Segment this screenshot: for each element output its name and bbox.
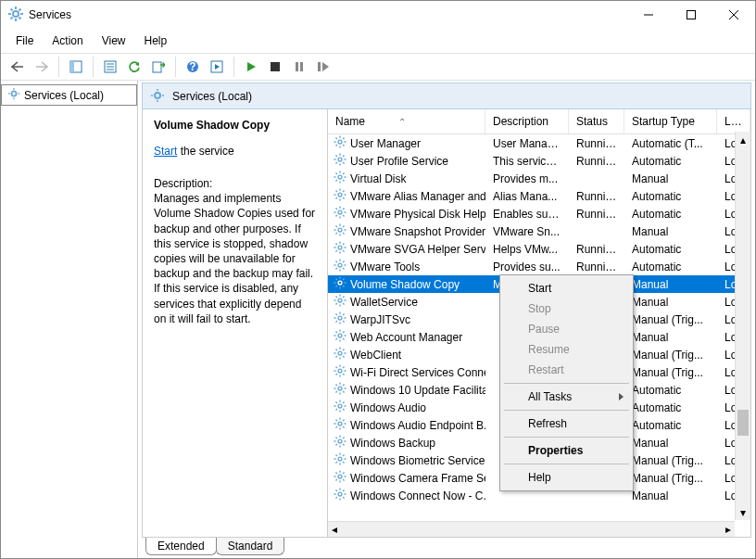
scroll-thumb[interactable] (737, 410, 749, 436)
table-row[interactable]: VMware SVGA Helper ServiceHelps VMw...Ru… (328, 240, 750, 258)
svg-line-132 (343, 331, 344, 332)
menu-action[interactable]: Action (43, 31, 92, 51)
gear-icon (334, 435, 346, 451)
gear-icon (334, 223, 346, 239)
maximize-button[interactable] (670, 1, 712, 29)
scroll-right-icon[interactable]: ▸ (722, 523, 735, 536)
stop-service-button[interactable] (264, 56, 286, 78)
svg-line-137 (335, 349, 336, 349)
svg-line-73 (335, 208, 336, 209)
service-startup-type: Automatic (624, 419, 717, 432)
ctx-sep3 (504, 437, 629, 438)
col-startup-type[interactable]: Startup Type (624, 109, 717, 133)
close-button[interactable] (712, 1, 755, 29)
svg-line-155 (335, 391, 336, 392)
ctx-all-tasks[interactable]: All Tasks (502, 387, 631, 407)
tab-extended[interactable]: Extended (145, 538, 217, 555)
svg-line-188 (343, 454, 344, 455)
nav-services-local[interactable]: Services (Local) (1, 84, 137, 106)
svg-line-92 (343, 243, 344, 244)
start-service-button[interactable] (240, 56, 262, 78)
properties-button[interactable] (99, 56, 121, 78)
svg-line-75 (335, 215, 336, 216)
service-name: WebClient (350, 349, 401, 362)
scroll-down-icon[interactable]: ▾ (736, 504, 750, 520)
scroll-left-icon[interactable]: ◂ (328, 523, 341, 536)
back-button[interactable] (6, 56, 29, 78)
ctx-start[interactable]: Start (502, 278, 631, 299)
service-desc: Alias Mana... (485, 190, 569, 203)
col-status[interactable]: Status (569, 109, 624, 133)
col-name[interactable]: Name⌃ (328, 109, 485, 133)
table-row[interactable]: VMware ToolsProvides su...RunningAutomat… (328, 258, 750, 275)
col-description[interactable]: Description (485, 109, 569, 133)
svg-line-145 (335, 366, 336, 367)
restart-service-button[interactable] (312, 56, 334, 78)
ctx-refresh[interactable]: Refresh (502, 413, 631, 434)
ctx-resume[interactable]: Resume (502, 339, 631, 360)
table-row[interactable]: User Profile ServiceThis service ...Runn… (328, 152, 750, 170)
start-link[interactable]: Start (154, 145, 177, 158)
service-status: Running (569, 208, 624, 221)
ctx-properties[interactable]: Properties (502, 440, 631, 461)
menu-view[interactable]: View (93, 31, 135, 51)
service-name: Volume Shadow Copy (350, 278, 460, 291)
menu-file[interactable]: File (6, 31, 43, 51)
svg-line-148 (343, 366, 344, 367)
svg-line-68 (343, 190, 344, 191)
svg-rect-10 (687, 11, 696, 19)
service-startup-type: Manual (624, 437, 717, 450)
refresh-button[interactable] (123, 56, 145, 78)
service-name: Windows Audio (350, 401, 426, 414)
gear-icon (334, 347, 346, 362)
svg-line-76 (343, 208, 344, 209)
menu-help[interactable]: Help (135, 31, 177, 51)
table-row[interactable]: Virtual DiskProvides m...ManualLoc (328, 170, 750, 187)
minimize-button[interactable] (627, 1, 670, 29)
svg-line-195 (335, 479, 336, 480)
svg-line-156 (343, 384, 344, 385)
svg-line-172 (343, 419, 344, 420)
horizontal-scrollbar[interactable]: ◂ ▸ (328, 521, 735, 537)
ctx-restart[interactable]: Restart (502, 360, 631, 380)
svg-line-113 (335, 296, 336, 297)
svg-line-107 (335, 286, 336, 286)
show-hide-tree-button[interactable] (65, 56, 87, 78)
gear-icon (7, 87, 20, 103)
action-button[interactable] (206, 56, 228, 78)
content-pane: Services (Local) Volume Shadow Copy Star… (138, 81, 755, 558)
pause-service-button[interactable] (288, 56, 310, 78)
description-block: Description: Manages and implements Volu… (154, 176, 316, 326)
ctx-stop[interactable]: Stop (502, 299, 631, 319)
gear-icon (334, 294, 346, 310)
svg-line-147 (335, 374, 336, 375)
body: Services (Local) Services (Local) Volume… (1, 81, 755, 558)
ctx-help[interactable]: Help (502, 467, 631, 488)
gear-icon (334, 153, 346, 169)
table-row[interactable]: VMware Alias Manager and ...Alias Mana..… (328, 187, 750, 205)
svg-line-153 (335, 384, 336, 385)
gear-icon (334, 206, 346, 222)
svg-line-84 (343, 225, 344, 226)
table-row[interactable]: VMware Snapshot ProviderVMware Sn...Manu… (328, 222, 750, 240)
svg-line-114 (343, 303, 344, 304)
export-list-button[interactable] (147, 56, 170, 78)
forward-button[interactable] (31, 56, 53, 78)
ctx-pause[interactable]: Pause (502, 319, 631, 339)
window-title: Services (29, 8, 627, 21)
svg-line-99 (335, 268, 336, 269)
table-row[interactable]: User ManagerUser Manag...RunningAutomati… (328, 134, 750, 152)
table-row[interactable]: VMware Physical Disk Help...Enables sup.… (328, 205, 750, 222)
help-button[interactable]: ? (182, 56, 204, 78)
col-log[interactable]: Log (717, 109, 750, 133)
scroll-up-icon[interactable]: ▴ (736, 132, 750, 147)
service-name: VMware Snapshot Provider (350, 225, 485, 238)
service-name: Windows Backup (350, 437, 435, 450)
svg-line-130 (343, 338, 344, 339)
tab-standard[interactable]: Standard (216, 538, 285, 555)
service-status: Running (569, 190, 624, 203)
service-startup-type: Automatic (624, 401, 717, 414)
service-name: Windows Connect Now - C... (350, 489, 485, 502)
vertical-scrollbar[interactable]: ▴ ▾ (735, 132, 750, 520)
start-suffix: the service (177, 145, 233, 158)
